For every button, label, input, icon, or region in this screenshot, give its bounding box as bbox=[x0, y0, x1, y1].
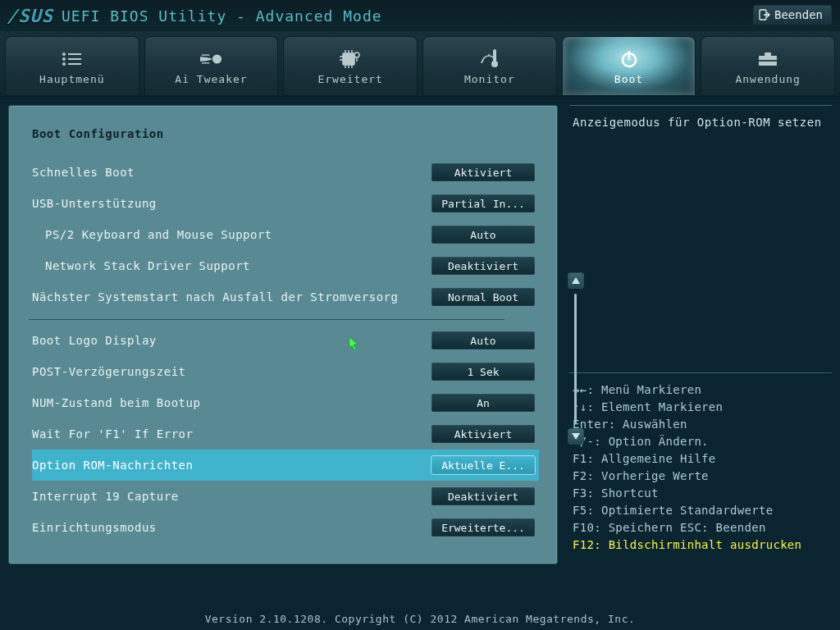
setting-label: NUM-Zustand beim Bootup bbox=[32, 396, 431, 409]
tab-bar: Hauptmenü Ai Tweaker Erweitert Monitor B… bbox=[0, 31, 840, 97]
setting-label: Option ROM-Nachrichten bbox=[32, 459, 431, 472]
svg-rect-2 bbox=[68, 53, 81, 55]
setting-value[interactable]: Erweiterte... bbox=[431, 518, 536, 537]
svg-rect-24 bbox=[493, 49, 496, 62]
setting-value[interactable]: Normal Boot bbox=[431, 287, 536, 307]
title-bar: /SUS UEFI BIOS Utility - Advanced Mode B… bbox=[0, 0, 840, 31]
svg-rect-9 bbox=[201, 62, 208, 63]
setting-row-post-delay[interactable]: POST-Verzögerungszeit 1 Sek bbox=[32, 356, 539, 387]
help-key-line: F3: Shortcut bbox=[573, 485, 829, 502]
footer-copyright: Version 2.10.1208. Copyright (C) 2012 Am… bbox=[0, 613, 840, 625]
setting-row-usb-support[interactable]: USB-Unterstützung Partial In... bbox=[32, 188, 539, 219]
svg-rect-4 bbox=[68, 58, 81, 60]
hamburger-icon bbox=[61, 50, 84, 68]
help-key-line-highlight: F12: Bildschirminhalt ausdrucken bbox=[573, 536, 829, 554]
setting-label: POST-Verzögerungszeit bbox=[32, 365, 431, 378]
svg-rect-30 bbox=[759, 60, 777, 62]
tab-label: Monitor bbox=[464, 73, 515, 85]
setting-label: Schnelles Boot bbox=[32, 166, 431, 179]
tab-ai-tweaker[interactable]: Ai Tweaker bbox=[144, 36, 279, 96]
help-key-line: ↑↓: Element Markieren bbox=[573, 399, 829, 416]
setting-label: Wait For 'F1' If Error bbox=[32, 427, 431, 441]
help-key-line: Enter: Auswählen bbox=[573, 416, 829, 433]
setting-label: PS/2 Keyboard and Mouse Support bbox=[32, 228, 431, 241]
power-icon bbox=[618, 50, 641, 68]
tab-label: Boot bbox=[614, 73, 643, 85]
setting-value[interactable]: Aktiviert bbox=[431, 424, 536, 444]
tab-tool[interactable]: Anwendung bbox=[701, 36, 835, 96]
tab-label: Ai Tweaker bbox=[175, 73, 247, 85]
setting-label: Einrichtungsmodus bbox=[32, 521, 431, 534]
help-key-line: →←: Menü Markieren bbox=[573, 381, 829, 399]
tab-label: Erweitert bbox=[317, 73, 382, 85]
tab-label: Anwendung bbox=[735, 73, 800, 85]
svg-rect-29 bbox=[765, 52, 771, 56]
main-area: Boot Configuration Schnelles Boot Aktivi… bbox=[0, 97, 840, 592]
settings-panel: Boot Configuration Schnelles Boot Aktivi… bbox=[8, 105, 558, 564]
chip-icon bbox=[339, 50, 362, 68]
svg-point-3 bbox=[62, 57, 66, 61]
help-key-line: F5: Optimierte Standardwerte bbox=[573, 502, 829, 519]
brand-logo: /SUS bbox=[7, 6, 53, 26]
setting-row-next-boot-after-power-fail[interactable]: Nächster Systemstart nach Ausfall der St… bbox=[32, 281, 539, 313]
app-title: UEFI BIOS Utility - Advanced Mode bbox=[62, 7, 382, 25]
setting-value[interactable]: 1 Sek bbox=[431, 362, 536, 381]
section-title: Boot Configuration bbox=[32, 127, 539, 140]
tab-main[interactable]: Hauptmenü bbox=[5, 36, 139, 96]
help-key-line: +/-: Option Ändern. bbox=[573, 433, 829, 450]
setting-label: Interrupt 19 Capture bbox=[32, 490, 431, 503]
setting-row-network-stack[interactable]: Network Stack Driver Support Deaktiviert bbox=[32, 250, 539, 281]
setting-value[interactable]: Partial In... bbox=[431, 194, 536, 213]
setting-row-fast-boot[interactable]: Schnelles Boot Aktiviert bbox=[32, 157, 539, 188]
setting-value[interactable]: Auto bbox=[431, 331, 536, 350]
svg-point-1 bbox=[62, 52, 66, 56]
toolbox-icon bbox=[756, 50, 779, 68]
exit-label: Beenden bbox=[774, 8, 823, 21]
help-key-line: F1: Allgemeine Hilfe bbox=[573, 450, 829, 468]
help-pane: Anzeigemodus für Option-ROM setzen →←: M… bbox=[569, 105, 832, 592]
tab-boot[interactable]: Boot bbox=[562, 36, 696, 96]
setting-row-numlock-state[interactable]: NUM-Zustand beim Bootup An bbox=[32, 387, 539, 418]
setting-row-boot-logo[interactable]: Boot Logo Display Auto bbox=[32, 325, 539, 356]
setting-row-wait-f1[interactable]: Wait For 'F1' If Error Aktiviert bbox=[32, 418, 539, 450]
divider bbox=[29, 319, 504, 320]
setting-label: Boot Logo Display bbox=[32, 334, 431, 347]
help-key-line: F10: Speichern ESC: Beenden bbox=[573, 519, 829, 536]
svg-rect-6 bbox=[68, 63, 81, 65]
setting-label: USB-Unterstützung bbox=[32, 197, 431, 210]
help-description: Anzeigemodus für Option-ROM setzen bbox=[569, 105, 832, 366]
setting-row-setup-mode[interactable]: Einrichtungsmodus Erweiterte... bbox=[32, 512, 539, 543]
thermometer-icon bbox=[478, 50, 501, 68]
setting-value[interactable]: Aktiviert bbox=[431, 162, 536, 182]
help-key-line: F2: Vorherige Werte bbox=[573, 468, 829, 485]
exit-icon bbox=[759, 9, 770, 21]
scroll-up-button[interactable] bbox=[568, 272, 584, 289]
help-shortcuts: →←: Menü Markieren ↑↓: Element Markieren… bbox=[569, 372, 832, 554]
setting-value[interactable]: Aktuelle E... bbox=[431, 455, 536, 475]
setting-row-option-rom-messages[interactable]: Option ROM-Nachrichten Aktuelle E... bbox=[32, 450, 539, 481]
setting-value[interactable]: An bbox=[431, 393, 536, 413]
svg-point-7 bbox=[212, 54, 221, 63]
comet-icon bbox=[200, 50, 223, 68]
tab-advanced[interactable]: Erweitert bbox=[283, 36, 418, 96]
setting-label: Network Stack Driver Support bbox=[32, 259, 431, 272]
scroll-track[interactable] bbox=[574, 294, 577, 423]
setting-row-int19-capture[interactable]: Interrupt 19 Capture Deaktiviert bbox=[32, 481, 539, 512]
svg-point-11 bbox=[354, 52, 359, 57]
tab-label: Hauptmenü bbox=[39, 73, 104, 85]
setting-row-ps2-support[interactable]: PS/2 Keyboard and Mouse Support Auto bbox=[32, 219, 539, 250]
setting-value[interactable]: Auto bbox=[431, 225, 536, 244]
setting-value[interactable]: Deaktiviert bbox=[431, 256, 536, 276]
svg-point-25 bbox=[491, 61, 498, 67]
svg-rect-8 bbox=[201, 54, 208, 55]
svg-rect-10 bbox=[343, 53, 354, 65]
scroll-down-button[interactable] bbox=[568, 428, 584, 445]
tab-monitor[interactable]: Monitor bbox=[422, 36, 557, 96]
svg-point-5 bbox=[62, 62, 66, 66]
setting-value[interactable]: Deaktiviert bbox=[431, 486, 536, 506]
exit-button[interactable]: Beenden bbox=[753, 5, 832, 25]
setting-label: Nächster Systemstart nach Ausfall der St… bbox=[32, 290, 431, 304]
